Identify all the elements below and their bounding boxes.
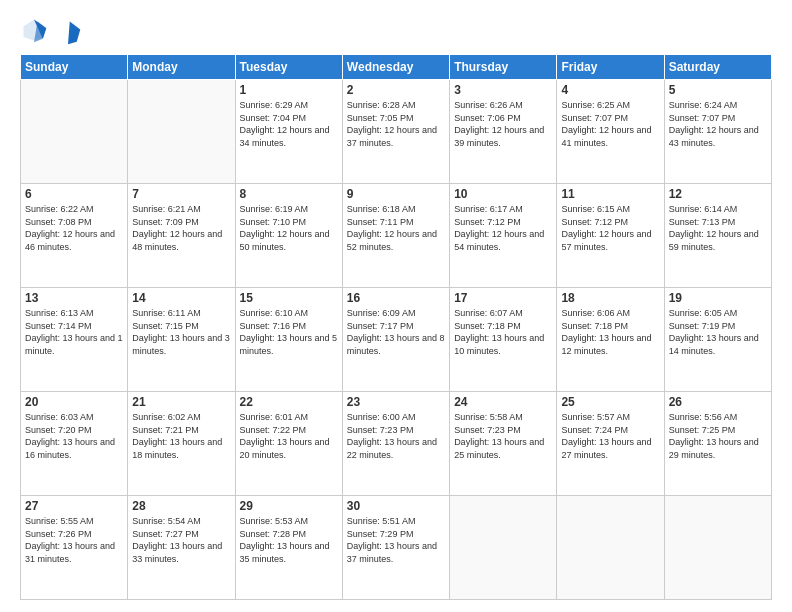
week-row-5: 27Sunrise: 5:55 AM Sunset: 7:26 PM Dayli…: [21, 496, 772, 600]
day-number: 27: [25, 499, 123, 513]
day-number: 5: [669, 83, 767, 97]
weekday-header-thursday: Thursday: [450, 55, 557, 80]
weekday-header-wednesday: Wednesday: [342, 55, 449, 80]
calendar-cell: 18Sunrise: 6:06 AM Sunset: 7:18 PM Dayli…: [557, 288, 664, 392]
day-number: 22: [240, 395, 338, 409]
day-number: 23: [347, 395, 445, 409]
calendar-cell: 6Sunrise: 6:22 AM Sunset: 7:08 PM Daylig…: [21, 184, 128, 288]
day-info: Sunrise: 6:07 AM Sunset: 7:18 PM Dayligh…: [454, 307, 552, 357]
day-info: Sunrise: 6:18 AM Sunset: 7:11 PM Dayligh…: [347, 203, 445, 253]
day-info: Sunrise: 5:56 AM Sunset: 7:25 PM Dayligh…: [669, 411, 767, 461]
calendar-cell: [128, 80, 235, 184]
day-info: Sunrise: 6:21 AM Sunset: 7:09 PM Dayligh…: [132, 203, 230, 253]
week-row-4: 20Sunrise: 6:03 AM Sunset: 7:20 PM Dayli…: [21, 392, 772, 496]
day-number: 16: [347, 291, 445, 305]
calendar-cell: 16Sunrise: 6:09 AM Sunset: 7:17 PM Dayli…: [342, 288, 449, 392]
day-number: 26: [669, 395, 767, 409]
day-info: Sunrise: 6:25 AM Sunset: 7:07 PM Dayligh…: [561, 99, 659, 149]
logo: [20, 16, 84, 44]
day-number: 1: [240, 83, 338, 97]
calendar-cell: 10Sunrise: 6:17 AM Sunset: 7:12 PM Dayli…: [450, 184, 557, 288]
day-number: 19: [669, 291, 767, 305]
calendar-page: SundayMondayTuesdayWednesdayThursdayFrid…: [0, 0, 792, 612]
day-info: Sunrise: 5:51 AM Sunset: 7:29 PM Dayligh…: [347, 515, 445, 565]
day-info: Sunrise: 6:28 AM Sunset: 7:05 PM Dayligh…: [347, 99, 445, 149]
calendar-cell: 22Sunrise: 6:01 AM Sunset: 7:22 PM Dayli…: [235, 392, 342, 496]
day-number: 9: [347, 187, 445, 201]
day-info: Sunrise: 6:17 AM Sunset: 7:12 PM Dayligh…: [454, 203, 552, 253]
weekday-header-row: SundayMondayTuesdayWednesdayThursdayFrid…: [21, 55, 772, 80]
calendar-cell: 17Sunrise: 6:07 AM Sunset: 7:18 PM Dayli…: [450, 288, 557, 392]
week-row-3: 13Sunrise: 6:13 AM Sunset: 7:14 PM Dayli…: [21, 288, 772, 392]
day-number: 7: [132, 187, 230, 201]
day-number: 8: [240, 187, 338, 201]
day-info: Sunrise: 6:26 AM Sunset: 7:06 PM Dayligh…: [454, 99, 552, 149]
calendar-cell: 1Sunrise: 6:29 AM Sunset: 7:04 PM Daylig…: [235, 80, 342, 184]
calendar-cell: 20Sunrise: 6:03 AM Sunset: 7:20 PM Dayli…: [21, 392, 128, 496]
weekday-header-tuesday: Tuesday: [235, 55, 342, 80]
day-number: 3: [454, 83, 552, 97]
calendar-cell: 14Sunrise: 6:11 AM Sunset: 7:15 PM Dayli…: [128, 288, 235, 392]
day-info: Sunrise: 6:03 AM Sunset: 7:20 PM Dayligh…: [25, 411, 123, 461]
day-number: 4: [561, 83, 659, 97]
calendar-cell: 24Sunrise: 5:58 AM Sunset: 7:23 PM Dayli…: [450, 392, 557, 496]
day-info: Sunrise: 6:29 AM Sunset: 7:04 PM Dayligh…: [240, 99, 338, 149]
day-number: 12: [669, 187, 767, 201]
day-info: Sunrise: 5:53 AM Sunset: 7:28 PM Dayligh…: [240, 515, 338, 565]
calendar-cell: [21, 80, 128, 184]
day-number: 28: [132, 499, 230, 513]
day-number: 14: [132, 291, 230, 305]
calendar-cell: 23Sunrise: 6:00 AM Sunset: 7:23 PM Dayli…: [342, 392, 449, 496]
calendar-cell: 15Sunrise: 6:10 AM Sunset: 7:16 PM Dayli…: [235, 288, 342, 392]
day-number: 13: [25, 291, 123, 305]
day-number: 18: [561, 291, 659, 305]
weekday-header-sunday: Sunday: [21, 55, 128, 80]
calendar-cell: 3Sunrise: 6:26 AM Sunset: 7:06 PM Daylig…: [450, 80, 557, 184]
day-info: Sunrise: 5:58 AM Sunset: 7:23 PM Dayligh…: [454, 411, 552, 461]
day-info: Sunrise: 6:02 AM Sunset: 7:21 PM Dayligh…: [132, 411, 230, 461]
calendar-cell: 5Sunrise: 6:24 AM Sunset: 7:07 PM Daylig…: [664, 80, 771, 184]
calendar-cell: 13Sunrise: 6:13 AM Sunset: 7:14 PM Dayli…: [21, 288, 128, 392]
header: [20, 16, 772, 44]
weekday-header-friday: Friday: [557, 55, 664, 80]
day-number: 11: [561, 187, 659, 201]
calendar-cell: 8Sunrise: 6:19 AM Sunset: 7:10 PM Daylig…: [235, 184, 342, 288]
day-number: 20: [25, 395, 123, 409]
day-number: 2: [347, 83, 445, 97]
calendar-cell: 27Sunrise: 5:55 AM Sunset: 7:26 PM Dayli…: [21, 496, 128, 600]
calendar-cell: 11Sunrise: 6:15 AM Sunset: 7:12 PM Dayli…: [557, 184, 664, 288]
calendar-cell: [664, 496, 771, 600]
logo-text: [52, 18, 84, 42]
calendar-cell: 28Sunrise: 5:54 AM Sunset: 7:27 PM Dayli…: [128, 496, 235, 600]
day-info: Sunrise: 6:09 AM Sunset: 7:17 PM Dayligh…: [347, 307, 445, 357]
day-number: 15: [240, 291, 338, 305]
day-info: Sunrise: 6:13 AM Sunset: 7:14 PM Dayligh…: [25, 307, 123, 357]
day-info: Sunrise: 6:11 AM Sunset: 7:15 PM Dayligh…: [132, 307, 230, 357]
calendar-cell: 12Sunrise: 6:14 AM Sunset: 7:13 PM Dayli…: [664, 184, 771, 288]
day-info: Sunrise: 5:57 AM Sunset: 7:24 PM Dayligh…: [561, 411, 659, 461]
day-info: Sunrise: 6:22 AM Sunset: 7:08 PM Dayligh…: [25, 203, 123, 253]
svg-marker-3: [68, 22, 80, 45]
calendar-cell: 2Sunrise: 6:28 AM Sunset: 7:05 PM Daylig…: [342, 80, 449, 184]
day-number: 30: [347, 499, 445, 513]
day-info: Sunrise: 5:54 AM Sunset: 7:27 PM Dayligh…: [132, 515, 230, 565]
day-number: 6: [25, 187, 123, 201]
calendar-cell: 19Sunrise: 6:05 AM Sunset: 7:19 PM Dayli…: [664, 288, 771, 392]
weekday-header-monday: Monday: [128, 55, 235, 80]
weekday-header-saturday: Saturday: [664, 55, 771, 80]
day-info: Sunrise: 6:06 AM Sunset: 7:18 PM Dayligh…: [561, 307, 659, 357]
day-info: Sunrise: 5:55 AM Sunset: 7:26 PM Dayligh…: [25, 515, 123, 565]
day-number: 21: [132, 395, 230, 409]
calendar-cell: 30Sunrise: 5:51 AM Sunset: 7:29 PM Dayli…: [342, 496, 449, 600]
calendar-cell: 21Sunrise: 6:02 AM Sunset: 7:21 PM Dayli…: [128, 392, 235, 496]
calendar-cell: 7Sunrise: 6:21 AM Sunset: 7:09 PM Daylig…: [128, 184, 235, 288]
day-info: Sunrise: 6:01 AM Sunset: 7:22 PM Dayligh…: [240, 411, 338, 461]
calendar-cell: 29Sunrise: 5:53 AM Sunset: 7:28 PM Dayli…: [235, 496, 342, 600]
day-number: 29: [240, 499, 338, 513]
calendar-cell: [557, 496, 664, 600]
day-info: Sunrise: 6:19 AM Sunset: 7:10 PM Dayligh…: [240, 203, 338, 253]
day-number: 17: [454, 291, 552, 305]
logo-icon: [20, 16, 48, 44]
day-info: Sunrise: 6:10 AM Sunset: 7:16 PM Dayligh…: [240, 307, 338, 357]
day-number: 24: [454, 395, 552, 409]
